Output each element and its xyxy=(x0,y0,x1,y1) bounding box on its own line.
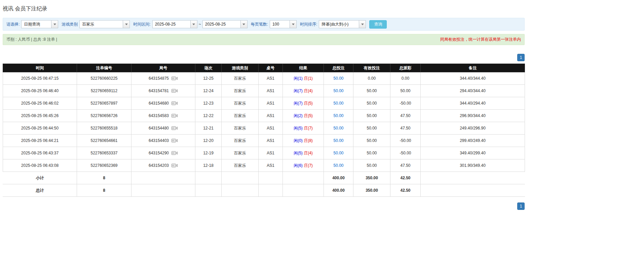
time-range-label: 时间区间: xyxy=(133,22,150,27)
page-1-button[interactable]: 1 xyxy=(517,54,525,61)
cell-table-no: AS1 xyxy=(259,135,283,147)
subtotal-row: 小计8400.00350.0042.50 xyxy=(3,172,525,184)
cell-payout: 0.00 xyxy=(390,72,421,85)
cell-game-type: 百家乐 xyxy=(222,97,259,110)
cell-payout: 47.50 xyxy=(390,110,421,122)
chevron-down-icon[interactable] xyxy=(123,21,129,28)
total-bet-link[interactable]: 50.00 xyxy=(333,101,343,106)
table-row[interactable]: 2025-08-25 06:47:15522760660225643154875… xyxy=(3,72,525,85)
page-size-input[interactable]: 100 xyxy=(270,20,297,28)
cell-note: 296.90/344.40 xyxy=(421,110,525,122)
table-row[interactable]: 2025-08-25 06:46:02522760657897643154680… xyxy=(3,97,525,110)
video-camera-icon[interactable] xyxy=(171,76,178,81)
cell-total-bet: 50.00 xyxy=(324,110,353,122)
cell-time: 2025-08-25 06:44:50 xyxy=(3,122,77,135)
total-bet-link[interactable]: 50.00 xyxy=(333,151,343,155)
column-header: 注单编号 xyxy=(77,64,131,72)
date-from-input[interactable]: 2025-08-25 xyxy=(152,20,197,28)
chevron-down-icon[interactable] xyxy=(51,21,58,28)
cell-payout: -50.00 xyxy=(390,147,421,159)
video-camera-icon[interactable] xyxy=(171,151,178,155)
video-camera-icon[interactable] xyxy=(171,126,178,131)
result-player: 闲(2) xyxy=(294,113,303,118)
table-row[interactable]: 2025-08-25 06:43:37522760653337643154290… xyxy=(3,147,525,159)
summary-cell xyxy=(195,184,222,197)
cell-table-no: AS1 xyxy=(259,159,283,172)
currency-total-summary: 币别 : 人民币 | 总共 :8 注单 | xyxy=(6,37,57,42)
date-to-input[interactable]: 2025-08-25 xyxy=(202,20,248,28)
cell-session: 12-24 xyxy=(195,85,222,97)
chevron-down-icon[interactable] xyxy=(359,21,366,28)
table-row[interactable]: 2025-08-25 06:44:50522760655518643154480… xyxy=(3,122,525,135)
summary-cell: 400.00 xyxy=(324,184,353,197)
total-bet-link[interactable]: 50.00 xyxy=(333,76,343,81)
cell-payout: -50.00 xyxy=(390,135,421,147)
cell-game-type: 百家乐 xyxy=(222,72,259,85)
total-bet-link[interactable]: 50.00 xyxy=(333,126,343,131)
table-row[interactable]: 2025-08-25 06:43:08522760652369643154203… xyxy=(3,159,525,172)
cell-result: 闲(7) 庄(5) xyxy=(283,97,324,110)
tilde-separator: ~ xyxy=(199,22,201,27)
cell-note: 299.40/249.40 xyxy=(421,135,525,147)
query-type-select[interactable]: 日期查询 xyxy=(21,20,58,28)
result-banker: 庄(4) xyxy=(304,88,313,93)
cell-total-bet: 50.00 xyxy=(324,135,353,147)
chevron-down-icon[interactable] xyxy=(240,21,247,28)
video-camera-icon[interactable] xyxy=(171,101,178,106)
total-bet-link[interactable]: 50.00 xyxy=(333,88,343,93)
bet-records-table: 时间注单编号局号场次游戏类别桌号结果总投注有效投注总派彩备注 2025-08-2… xyxy=(3,64,525,197)
cell-session: 12-20 xyxy=(195,135,222,147)
column-header: 总派彩 xyxy=(390,64,421,72)
column-header: 游戏类别 xyxy=(222,64,259,72)
video-camera-icon[interactable] xyxy=(171,113,178,118)
video-camera-icon[interactable] xyxy=(171,163,178,168)
cell-round-id: 643154875 xyxy=(131,72,195,85)
pagination-bottom: 1 xyxy=(3,202,525,210)
summary-cell: 8 xyxy=(77,184,131,197)
cell-time: 2025-08-25 06:47:15 xyxy=(3,72,77,85)
summary-cell xyxy=(421,172,525,184)
video-camera-icon[interactable] xyxy=(171,138,178,143)
cell-payout: 47.50 xyxy=(390,159,421,172)
cell-round-id: 643154781 xyxy=(131,85,195,97)
cell-result: 闲(6) 庄(7) xyxy=(283,159,324,172)
table-row[interactable]: 2025-08-25 06:45:26522760656726643154583… xyxy=(3,110,525,122)
result-banker: 庄(7) xyxy=(304,126,313,131)
table-row[interactable]: 2025-08-25 06:44:21522760654661643154403… xyxy=(3,135,525,147)
chevron-down-icon[interactable] xyxy=(290,21,296,28)
result-player: 闲(1) xyxy=(294,76,303,81)
total-bet-link[interactable]: 50.00 xyxy=(333,138,343,143)
cell-total-bet: 50.00 xyxy=(324,97,353,110)
cell-time: 2025-08-25 06:45:26 xyxy=(3,110,77,122)
summary-cell xyxy=(283,184,324,197)
cell-result: 闲(5) 庄(4) xyxy=(283,147,324,159)
video-camera-icon[interactable] xyxy=(171,88,178,93)
cell-payout: 47.50 xyxy=(390,122,421,135)
page: 视讯 会员下注纪录 请选择: 日期查询 游戏类别 百家乐 时间区间: 2025-… xyxy=(0,5,525,210)
table-row[interactable]: 2025-08-25 06:46:40522760659112643154781… xyxy=(3,85,525,97)
sort-order-value: 降幂(由大到小) xyxy=(319,21,359,28)
cell-bet-id: 522760660225 xyxy=(77,72,131,85)
result-player: 闲(5) xyxy=(294,151,303,155)
summary-cell: 42.50 xyxy=(390,184,421,197)
summary-cell: 总计 xyxy=(3,184,77,197)
game-type-label: 游戏类别 xyxy=(62,22,78,27)
chevron-down-icon[interactable] xyxy=(190,21,197,28)
cell-game-type: 百家乐 xyxy=(222,85,259,97)
cell-game-type: 百家乐 xyxy=(222,135,259,147)
cell-bet-id: 522760656726 xyxy=(77,110,131,122)
cell-valid-bet: 50.00 xyxy=(353,110,390,122)
total-bet-link[interactable]: 50.00 xyxy=(333,113,343,118)
result-banker: 庄(5) xyxy=(304,101,313,106)
page-1-button[interactable]: 1 xyxy=(517,202,525,210)
query-button[interactable]: 查询 xyxy=(369,20,387,29)
sort-order-label: 时间排序: xyxy=(300,22,317,27)
total-bet-link[interactable]: 50.00 xyxy=(333,163,343,168)
cell-payout: 50.00 xyxy=(390,85,421,97)
summary-cell: 小计 xyxy=(3,172,77,184)
game-type-select[interactable]: 百家乐 xyxy=(79,20,130,28)
sort-order-select[interactable]: 降幂(由大到小) xyxy=(319,20,366,28)
date-to-value: 2025-08-25 xyxy=(203,21,240,28)
cell-valid-bet: 50.00 xyxy=(353,122,390,135)
cell-total-bet: 50.00 xyxy=(324,159,353,172)
